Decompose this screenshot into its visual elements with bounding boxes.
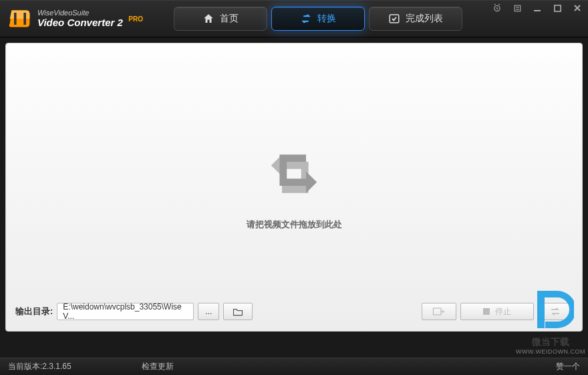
- svg-rect-1: [23, 13, 26, 25]
- like-link[interactable]: 赞一个: [556, 361, 580, 372]
- tab-convert[interactable]: 转换: [271, 7, 365, 31]
- app-logo: WiseVideoSuite Video Converter 2 PRO: [8, 7, 174, 31]
- drop-zone[interactable]: 请把视频文件拖放到此处 输出目录: E:\weidown\wvcplsb_330…: [5, 43, 583, 332]
- tab-completed[interactable]: 完成列表: [369, 7, 462, 31]
- check-update-link[interactable]: 检查更新: [142, 361, 174, 372]
- start-convert-icon: [549, 307, 561, 316]
- retweet-icon: [264, 144, 324, 204]
- svg-rect-5: [534, 10, 541, 11]
- open-folder-button[interactable]: [223, 303, 253, 320]
- watermark-url: WWW.WEIDOWN.COM: [516, 348, 585, 355]
- tab-home-label: 首页: [220, 13, 239, 25]
- stop-button[interactable]: 停止: [460, 303, 534, 320]
- maximize-button[interactable]: [552, 3, 563, 13]
- minimize-button[interactable]: [532, 3, 543, 13]
- app-name: Video Converter 2: [37, 17, 123, 28]
- convert-icon: [300, 13, 312, 25]
- watermark-text: 微当下载: [532, 336, 569, 348]
- settings-icon[interactable]: [512, 3, 523, 13]
- svg-rect-8: [483, 308, 490, 315]
- version-label: 当前版本:2.3.1.65: [8, 361, 142, 372]
- drop-hint-text: 请把视频文件拖放到此处: [247, 219, 342, 231]
- stop-icon: [483, 308, 490, 315]
- add-file-icon: [432, 306, 446, 317]
- output-bar: 输出目录: E:\weidown\wvcplsb_33055\Wise V...…: [15, 301, 573, 322]
- statusbar: 当前版本:2.3.1.65 检查更新 赞一个: [0, 358, 588, 375]
- svg-rect-0: [14, 13, 17, 25]
- svg-rect-7: [433, 308, 440, 315]
- convert-button[interactable]: [538, 303, 573, 320]
- close-button[interactable]: [572, 3, 583, 13]
- window-controls: [492, 3, 583, 13]
- alarm-icon[interactable]: [492, 3, 502, 13]
- app-suite-name: WiseVideoSuite: [37, 9, 143, 17]
- home-icon: [202, 13, 214, 25]
- nav-tabs: 首页 转换 完成列表: [174, 7, 462, 31]
- app-logo-icon: [8, 7, 32, 31]
- checklist-icon: [388, 13, 400, 25]
- pro-badge: PRO: [128, 15, 143, 23]
- output-path-field[interactable]: E:\weidown\wvcplsb_33055\Wise V...: [57, 303, 194, 320]
- tab-convert-label: 转换: [317, 13, 336, 25]
- tab-completed-label: 完成列表: [406, 13, 443, 25]
- folder-icon: [233, 307, 243, 316]
- add-file-button[interactable]: [422, 303, 456, 320]
- titlebar: WiseVideoSuite Video Converter 2 PRO 首页 …: [0, 0, 588, 37]
- svg-rect-6: [554, 5, 560, 11]
- tab-home[interactable]: 首页: [174, 7, 267, 31]
- svg-rect-4: [514, 5, 521, 11]
- stop-button-label: 停止: [495, 306, 511, 318]
- output-label: 输出目录:: [15, 305, 53, 318]
- browse-button[interactable]: ...: [198, 303, 219, 320]
